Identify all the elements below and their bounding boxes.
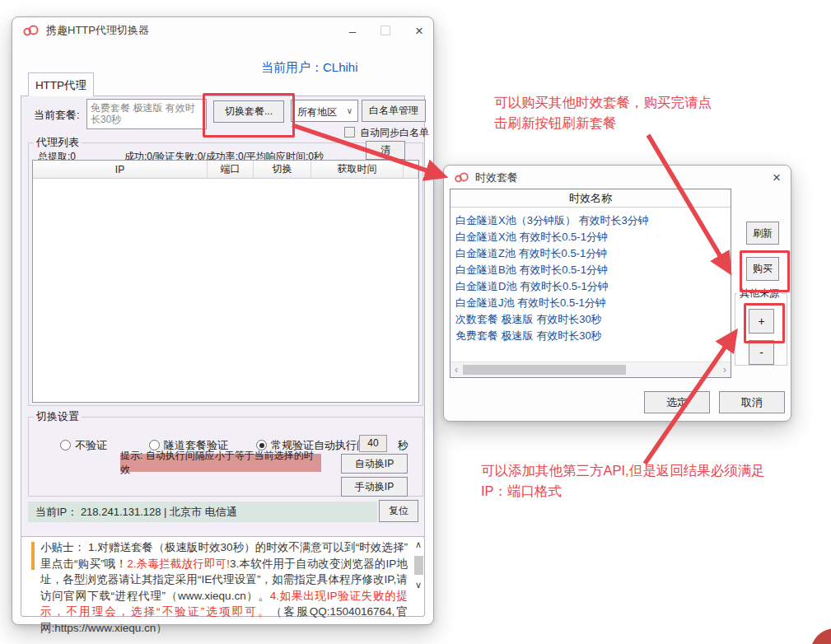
tips-accent-bar	[31, 542, 35, 570]
column-header[interactable]: 端口	[208, 161, 254, 178]
annotation-note-bottom-line1: 可以添加其他第三方API,但是返回结果必须满足	[481, 460, 765, 481]
plan-list: 时效名称 白金隧道X池（3分钟版） 有效时长3分钟白金隧道X池 有效时长0.5-…	[450, 189, 731, 378]
tips-segment-red: 2.杀毒拦截放行即可!	[127, 558, 230, 570]
region-dropdown[interactable]: 所有地区 ∨	[291, 100, 358, 122]
switch-settings-title: 切换设置	[34, 411, 82, 422]
auto-change-ip-button[interactable]: 自动换IP	[341, 454, 408, 474]
buy-button[interactable]: 购买	[746, 257, 779, 281]
hscrollbar-thumb[interactable]	[463, 365, 626, 375]
refresh-button[interactable]: 刷新	[746, 222, 779, 245]
proxy-table-header: IP端口切换获取时间	[33, 161, 418, 179]
package-label: 当前套餐:	[34, 108, 80, 123]
list-item[interactable]: 免费套餐 极速版 有效时长30秒	[451, 328, 731, 344]
other-source-title: 其他来源	[737, 287, 782, 299]
current-ip-bar: 当前IP： 218.241.131.128 | 北京市 电信通	[28, 502, 377, 522]
plan-hscrollbar[interactable]: ‹ ›	[451, 362, 731, 377]
sync-whitelist-label: 自动同步白名单	[360, 126, 429, 140]
radio-1[interactable]	[60, 440, 71, 450]
current-user-label: 当前用户：CLhihi	[261, 60, 358, 76]
scroll-up-icon[interactable]: ∧	[415, 540, 422, 549]
column-header[interactable]: 获取时间	[311, 161, 404, 178]
scroll-right-icon[interactable]: ›	[723, 365, 726, 374]
tips-scrollbar[interactable]: ∧ ∨	[413, 538, 426, 615]
app-logo-icon	[22, 25, 40, 36]
minimize-icon[interactable]: –	[349, 25, 356, 37]
scrollbar-thumb[interactable]	[414, 556, 423, 575]
dialog-logo-icon	[454, 172, 469, 183]
annotation-note-bottom: 可以添加其他第三方API,但是返回结果必须满足 IP：端口格式	[481, 460, 765, 502]
annotation-note-top-line2: 击刷新按钮刷新套餐	[494, 113, 712, 133]
scroll-left-icon[interactable]: ‹	[455, 365, 458, 374]
package-value: 免费套餐 极速版 有效时长30秒	[87, 100, 206, 128]
clear-button[interactable]: 清	[366, 141, 405, 160]
reset-button[interactable]: 复位	[379, 500, 418, 522]
add-source-button[interactable]: +	[749, 309, 774, 334]
scroll-down-icon[interactable]: ∨	[415, 581, 422, 590]
dialog-close-icon[interactable]: ×	[773, 171, 781, 184]
maximize-icon[interactable]	[380, 26, 390, 35]
interval-unit-label: 秒	[398, 438, 408, 453]
tab-http-proxy[interactable]: HTTP代理	[28, 72, 94, 96]
close-icon[interactable]: ×	[415, 25, 423, 37]
list-item[interactable]: 白金隧道J池 有效时长0.5-1分钟	[451, 295, 731, 311]
list-item[interactable]: 白金隧道Z池 有效时长0.5-1分钟	[451, 245, 731, 262]
cancel-button[interactable]: 取消	[719, 391, 785, 413]
main-window: 携趣HTTP代理切换器 – × 当前用户：CLhihi HTTP代理 当前套餐:…	[12, 16, 434, 625]
proxy-list-group-title: 代理列表	[34, 137, 82, 148]
whitelist-manage-button[interactable]: 白名单管理	[362, 100, 426, 122]
annotation-note-bottom-line2: IP：端口格式	[481, 481, 765, 502]
annotation-note-top: 可以购买其他时效套餐，购买完请点 击刷新按钮刷新套餐	[494, 92, 712, 133]
interval-input[interactable]: 40	[359, 435, 387, 452]
proxy-table: IP端口切换获取时间	[32, 160, 419, 403]
list-item[interactable]: 白金隧道X池（3分钟版） 有效时长3分钟	[451, 212, 731, 229]
window-title: 携趣HTTP代理切换器	[46, 23, 149, 38]
tips-text: 小贴士： 1.对赠送套餐（极速版时效30秒）的时效不满意可以到“时效选择”里点击…	[40, 539, 408, 636]
proxy-table-body[interactable]	[33, 179, 418, 403]
annotation-note-top-line1: 可以购买其他时效套餐，购买完请点	[494, 92, 712, 113]
list-item[interactable]: 次数套餐 极速版 有效时长30秒	[451, 311, 731, 328]
remove-source-button[interactable]: -	[749, 340, 774, 365]
main-titlebar: 携趣HTTP代理切换器 – ×	[12, 17, 433, 44]
sync-whitelist-checkbox[interactable]	[344, 127, 355, 138]
column-header-blank[interactable]	[404, 161, 418, 178]
dialog-titlebar: 时效套餐 ×	[444, 166, 791, 189]
dialog-title: 时效套餐	[475, 170, 518, 185]
package-value-box: 免费套餐 极速版 有效时长30秒	[86, 99, 207, 129]
switch-package-button[interactable]: 切换套餐...	[213, 100, 284, 123]
column-header[interactable]: 切换	[254, 161, 311, 178]
list-item[interactable]: 白金隧道X池 有效时长0.5-1分钟	[451, 229, 731, 245]
manual-change-ip-button[interactable]: 手动换IP	[341, 477, 408, 497]
list-item[interactable]: 白金隧道D池 有效时长0.5-1分钟	[451, 278, 731, 295]
select-button[interactable]: 选定	[644, 391, 710, 413]
red-corner-shape	[810, 628, 831, 644]
column-header[interactable]: IP	[33, 161, 208, 178]
region-dropdown-value: 所有地区	[297, 105, 337, 119]
chevron-down-icon: ∨	[347, 106, 352, 115]
radio-label: 不验证	[75, 438, 107, 453]
interval-hint: 提示: 自动执行间隔应小于等于当前选择的时效	[120, 454, 321, 472]
plan-list-header[interactable]: 时效名称	[451, 189, 731, 208]
plan-dialog: 时效套餐 × 时效名称 白金隧道X池（3分钟版） 有效时长3分钟白金隧道X池 有…	[443, 165, 791, 422]
plan-list-rows: 白金隧道X池（3分钟版） 有效时长3分钟白金隧道X池 有效时长0.5-1分钟白金…	[451, 208, 731, 344]
list-item[interactable]: 白金隧道B池 有效时长0.5-1分钟	[451, 262, 731, 278]
